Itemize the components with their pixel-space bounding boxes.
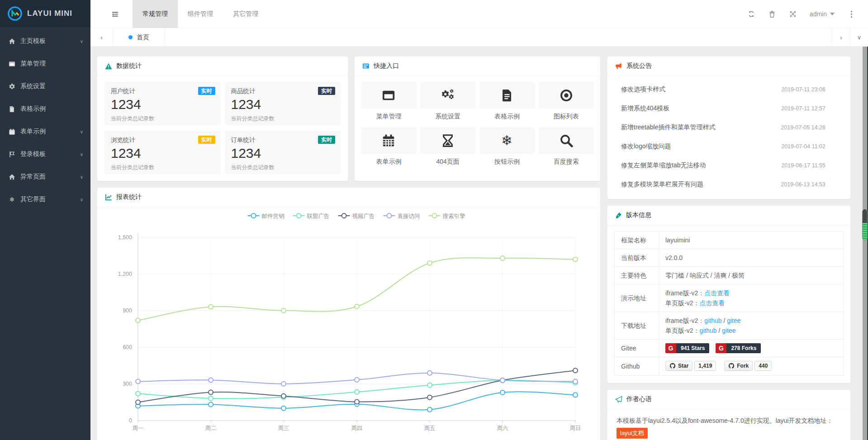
- clear-cache-trash-icon[interactable]: [762, 0, 783, 28]
- quick-link-button-examples[interactable]: ❄ 按钮示例: [479, 127, 535, 166]
- quick-link-baidu-search[interactable]: 百度搜索: [538, 127, 594, 166]
- stat-desc: 当前分类总记录数: [231, 115, 335, 123]
- current-version: v2.0.0: [659, 249, 844, 267]
- quick-link-menu-management[interactable]: 菜单管理: [361, 82, 417, 121]
- framework-name: layuimini: [659, 232, 844, 249]
- header-actions: admin: [741, 0, 862, 28]
- quick-label: 404页面: [420, 158, 476, 166]
- download-github-link[interactable]: github: [699, 327, 716, 334]
- stat-badge-2: 实时: [198, 136, 215, 144]
- octocat-icon: [669, 363, 676, 369]
- sidebar-item-login-templates[interactable]: 登录模板 ∨: [0, 143, 90, 166]
- quick-link-404-page[interactable]: 404页面: [420, 127, 476, 166]
- gitee-forks-badge[interactable]: G 278 Forks: [716, 343, 761, 353]
- quick-link-icon-list[interactable]: 图标列表: [538, 82, 594, 121]
- header-tab-other[interactable]: 其它管理: [223, 0, 268, 28]
- demo-iframe-link[interactable]: 点击查看: [704, 289, 730, 297]
- tab-scroll-right-button[interactable]: ›: [832, 28, 850, 47]
- github-star-count[interactable]: 1,419: [694, 361, 716, 371]
- logo-text: LAYUI MINI: [27, 9, 72, 18]
- sidebar-item-menu-management[interactable]: 菜单管理: [0, 52, 90, 75]
- tab-home[interactable]: 首页: [113, 28, 165, 47]
- card-title: 作者心语: [626, 395, 652, 403]
- warning-triangle-icon: [105, 63, 112, 70]
- data-stats-card: 数据统计 用户统计 实时 1234 当前分类总记录数 商品统计 实时 1234 …: [97, 57, 348, 181]
- tab-dropdown-button[interactable]: ∨: [850, 28, 868, 47]
- announcement-list: 修改选项卡样式 2019-07-11 23:06 新增系统404模板 2019-…: [607, 76, 850, 194]
- scrollbar-thumb[interactable]: [862, 209, 868, 241]
- calendar-icon: [361, 127, 417, 154]
- kebab-menu-icon[interactable]: [841, 0, 862, 28]
- svg-text:周三: 周三: [278, 425, 289, 431]
- quick-label: 百度搜索: [538, 158, 594, 166]
- sidebar-item-home-templates[interactable]: 主页模板 ∨: [0, 30, 90, 52]
- quick-link-table-examples[interactable]: 表格示例: [479, 82, 535, 121]
- stat-value: 1234: [231, 146, 335, 161]
- announcement-row: 修改logo缩放问题 2019-07-04 11:02: [607, 137, 850, 156]
- header-tab-components[interactable]: 组件管理: [178, 0, 223, 28]
- quick-link-form-examples[interactable]: 表单示例: [361, 127, 417, 166]
- row-label: 演示地址: [615, 284, 659, 312]
- pen-icon: [615, 212, 622, 219]
- header-tab-general[interactable]: 常规管理: [133, 0, 178, 28]
- system-announcements-card: 系统公告 修改选项卡样式 2019-07-11 23:06 新增系统404模板 …: [607, 57, 850, 199]
- svg-text:周日: 周日: [570, 425, 581, 431]
- scrollbar-track[interactable]: [863, 47, 867, 440]
- dot-circle-icon: [538, 82, 594, 109]
- gitee-badges: G 941 Stars G 278 Forks: [659, 340, 844, 357]
- author-message-header: 作者心语: [607, 390, 850, 409]
- github-badges: Star 1,419 Fork 440: [659, 357, 844, 376]
- download-gitee-link[interactable]: gitee: [727, 317, 740, 324]
- svg-text:周六: 周六: [497, 425, 508, 431]
- download-gitee-link[interactable]: gitee: [722, 327, 735, 334]
- svg-text:周一: 周一: [133, 425, 144, 431]
- announcement-text: 新增treetable插件和菜单管理样式: [621, 123, 775, 132]
- username: admin: [810, 10, 827, 18]
- announcement-date: 2019-06-13 14:53: [781, 181, 825, 188]
- refresh-icon[interactable]: [741, 0, 762, 28]
- author-body: 本模板基于layui2.5.4以及font-awesome-4.7.0进行实现。…: [607, 409, 850, 440]
- stat-grid: 用户统计 实时 1234 当前分类总记录数 商品统计 实时 1234 当前分类总…: [97, 76, 348, 174]
- svg-text:联盟广告: 联盟广告: [307, 213, 330, 219]
- author-message-card: 作者心语 本模板基于layui2.5.4以及font-awesome-4.7.0…: [607, 390, 850, 440]
- report-stats-header: 报表统计: [97, 188, 600, 207]
- demo-links: iframe版-v2：点击查看 单页版-v2：点击查看: [659, 284, 844, 312]
- download-github-link[interactable]: github: [704, 317, 721, 324]
- demo-spa-link[interactable]: 点击查看: [699, 299, 725, 307]
- card-title: 报表统计: [116, 193, 142, 201]
- sidebar-item-table-examples[interactable]: 表格示例: [0, 98, 90, 120]
- github-fork-count[interactable]: 440: [754, 361, 772, 371]
- cogs-icon: [420, 82, 476, 109]
- paper-plane-icon: [615, 396, 622, 403]
- row-label: 下载地址: [615, 312, 659, 340]
- sidebar-item-error-pages[interactable]: 异常页面 ∨: [0, 166, 90, 188]
- announcement-text: 修复左侧菜单缩放tab无法移动: [621, 161, 776, 170]
- gitee-stars-badge[interactable]: G 941 Stars: [665, 343, 709, 353]
- stat-badge-3: 实时: [318, 136, 335, 144]
- announcement-date: 2019-07-11 23:06: [781, 86, 825, 93]
- github-fork-button[interactable]: Fork: [724, 361, 753, 371]
- quick-label: 菜单管理: [361, 113, 417, 121]
- sidebar-item-form-examples[interactable]: 表单示例 ∨: [0, 120, 90, 143]
- quick-label: 系统设置: [420, 113, 476, 121]
- quick-link-system-settings[interactable]: 系统设置: [420, 82, 476, 121]
- fullscreen-icon[interactable]: [783, 0, 803, 28]
- svg-text:1,500: 1,500: [118, 234, 132, 241]
- sidebar-item-system-settings[interactable]: 系统设置: [0, 75, 90, 98]
- logo[interactable]: LAYUI MINI: [0, 0, 90, 27]
- file-text-icon: [479, 82, 535, 109]
- user-menu[interactable]: admin: [803, 0, 841, 28]
- announcement-date: 2019-06-17 11:55: [781, 162, 825, 169]
- announcement-row: 修改选项卡样式 2019-07-11 23:06: [607, 80, 850, 99]
- stat-value: 1234: [111, 146, 214, 161]
- github-star-button[interactable]: Star: [665, 361, 693, 371]
- collapse-menu-button[interactable]: [102, 0, 128, 28]
- tab-scroll-left-button[interactable]: ‹: [90, 28, 113, 47]
- announcement-row: 新增系统404模板 2019-07-11 12:57: [607, 99, 850, 118]
- list-card-icon: [362, 62, 370, 70]
- sidebar-item-label: 表单示例: [20, 128, 46, 136]
- announcements-header: 系统公告: [607, 57, 850, 76]
- layui-doc-badge[interactable]: layui文档: [617, 428, 648, 439]
- sidebar-item-other-pages[interactable]: ❄ 其它界面 ∨: [0, 188, 90, 211]
- flag-icon: [8, 151, 16, 158]
